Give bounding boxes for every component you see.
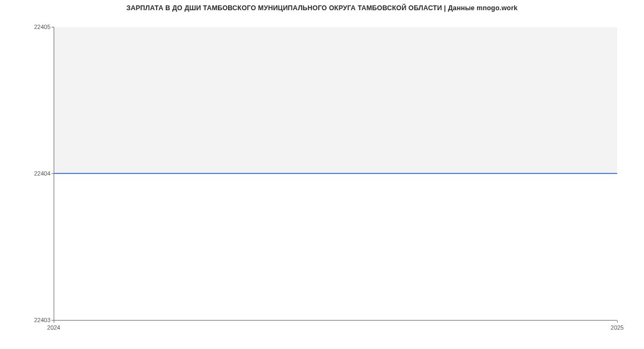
y-tick-label: 22405 — [0, 24, 50, 30]
x-tick-label: 2025 — [611, 324, 624, 331]
x-axis — [54, 320, 617, 321]
gridline-top — [54, 27, 617, 27]
plot-area — [54, 27, 617, 320]
x-tick-mark — [617, 321, 618, 323]
plot-bg-lower — [54, 173, 617, 320]
x-tick-label: 2024 — [47, 324, 60, 331]
y-tick-mark — [52, 27, 54, 27]
plot-bg-upper — [54, 27, 617, 173]
y-axis — [54, 27, 54, 320]
y-tick-mark — [52, 173, 54, 174]
y-tick-label: 22403 — [0, 317, 50, 323]
data-line — [54, 173, 617, 174]
chart-title: ЗАРПЛАТА В ДО ДШИ ТАМБОВСКОГО МУНИЦИПАЛЬ… — [0, 4, 644, 12]
x-tick-mark — [54, 321, 54, 323]
y-tick-label: 22404 — [0, 170, 50, 177]
